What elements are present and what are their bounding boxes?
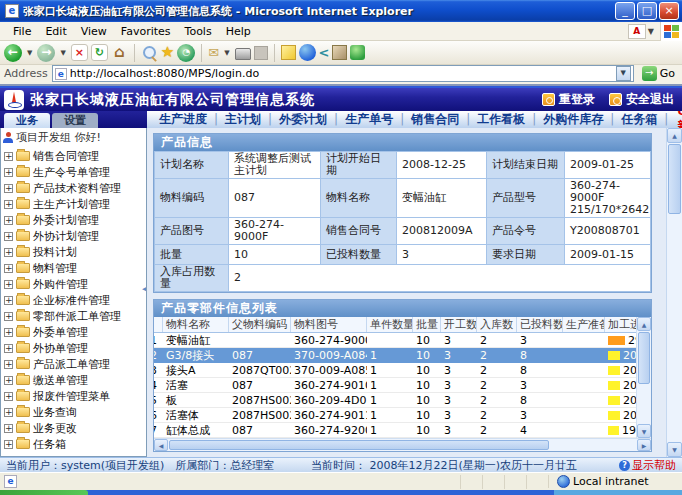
menu-favorites[interactable]: Favorites: [114, 23, 178, 40]
expand-icon[interactable]: [4, 152, 13, 161]
table-row[interactable]: 1 变幅油缸 360-274-9000F 10 3 2 3 29 %: [154, 333, 636, 348]
logout-button[interactable]: 安全退出: [609, 91, 674, 108]
nav-task-box[interactable]: 任务箱: [621, 111, 675, 128]
scroll-thumb[interactable]: [169, 440, 549, 450]
tree-collapse-handle[interactable]: ◀: [142, 278, 147, 300]
expand-icon[interactable]: [4, 328, 13, 337]
go-button[interactable]: → Go: [638, 66, 679, 81]
start-button[interactable]: [0, 490, 88, 495]
expand-icon[interactable]: [4, 408, 13, 417]
menu-help[interactable]: Help: [219, 23, 258, 40]
col-prep[interactable]: 生产准备: [563, 317, 605, 332]
table-row-selected[interactable]: 2 G3/8接头 087 370-009-A0840 1 10 3 2 8 20…: [154, 348, 636, 363]
back-button[interactable]: ←: [4, 44, 22, 62]
tree-item-coop-plan[interactable]: 外协计划管理: [1, 228, 146, 244]
nav-production-progress[interactable]: 生产进度: [159, 111, 225, 128]
tree-item-outsource-plan[interactable]: 外委计划管理: [1, 212, 146, 228]
expand-icon[interactable]: [4, 424, 13, 433]
tree-item-tech-docs[interactable]: 产品技术资料管理: [1, 180, 146, 196]
badge-new-count[interactable]: 0新: [677, 111, 682, 128]
discuss-icon[interactable]: [281, 45, 296, 60]
messenger-icon[interactable]: [350, 45, 365, 60]
stop-button[interactable]: ×: [71, 44, 88, 61]
show-help-link[interactable]: ? 显示帮助: [619, 458, 676, 473]
col-progress[interactable]: 加工进度: [605, 317, 636, 332]
tree-item-purchased-parts[interactable]: 外购件管理: [1, 276, 146, 292]
expand-icon[interactable]: [4, 376, 13, 385]
table-row[interactable]: 7 缸体总成 087 360-274-9200F 1 10 3 2 4 19 %: [154, 423, 636, 438]
menu-edit[interactable]: Edit: [38, 23, 73, 40]
print-icon[interactable]: [235, 48, 251, 60]
expand-icon[interactable]: [4, 232, 13, 241]
search-icon[interactable]: [141, 44, 158, 61]
scroll-up-icon[interactable]: ▲: [637, 317, 651, 331]
expand-icon[interactable]: [4, 440, 13, 449]
expand-icon[interactable]: [4, 184, 13, 193]
parts-table-hscrollbar[interactable]: ◀ ▶: [154, 438, 651, 451]
tree-item-feeding-plan[interactable]: 投料计划: [1, 244, 146, 260]
nav-sales-contract[interactable]: 销售合同: [411, 111, 477, 128]
scroll-down-icon[interactable]: ▼: [637, 424, 651, 438]
tab-settings[interactable]: 设置: [52, 113, 98, 128]
mail-icon[interactable]: ✉: [208, 44, 219, 61]
tree-item-part-dispatch[interactable]: 零部件派工单管理: [1, 308, 146, 324]
expand-icon[interactable]: [4, 216, 13, 225]
tree-item-scrap-mgmt[interactable]: 报废件管理菜单: [1, 388, 146, 404]
tree-item-standard-parts[interactable]: 企业标准件管理: [1, 292, 146, 308]
tree-item-master-plan[interactable]: 主生产计划管理: [1, 196, 146, 212]
scroll-left-icon[interactable]: ◀: [154, 439, 168, 451]
col-fed[interactable]: 已投料数: [517, 317, 563, 332]
tree-item-material-mgmt[interactable]: 物料管理: [1, 260, 146, 276]
relogin-button[interactable]: 重登录: [542, 91, 595, 108]
col-drawing-no[interactable]: 物料图号: [291, 317, 367, 332]
expand-icon[interactable]: [4, 264, 13, 273]
messenger-globe-icon[interactable]: [299, 44, 316, 61]
history-icon[interactable]: ◔: [177, 44, 195, 62]
tree-item-delivery-order[interactable]: 缴送单管理: [1, 372, 146, 388]
minimize-button[interactable]: _: [615, 2, 635, 20]
expand-icon[interactable]: [4, 296, 13, 305]
table-row[interactable]: 4 活塞 087 360-274-9010F 1 10 3 2 3 20 %: [154, 378, 636, 393]
edit-icon[interactable]: [254, 46, 268, 60]
scroll-down-icon[interactable]: ▼: [667, 442, 682, 457]
nav-work-board[interactable]: 工作看板: [477, 111, 543, 128]
col-in-stock[interactable]: 入库数: [477, 317, 517, 332]
tree-item-business-query[interactable]: 业务查询: [1, 404, 146, 420]
table-row[interactable]: 3 接头A 2087QT002 370-009-A0850 1 10 3 2 8…: [154, 363, 636, 378]
expand-icon[interactable]: [4, 248, 13, 257]
parts-table-vscrollbar[interactable]: ▲ ▼: [636, 317, 651, 438]
address-dropdown[interactable]: ▼: [616, 66, 631, 81]
tree-item-product-dispatch[interactable]: 产品派工单管理: [1, 356, 146, 372]
expand-icon[interactable]: [4, 200, 13, 209]
expand-icon[interactable]: [4, 168, 13, 177]
close-button[interactable]: ×: [659, 2, 679, 20]
expand-icon[interactable]: [4, 280, 13, 289]
nav-master-plan[interactable]: 主计划: [225, 111, 279, 128]
table-row[interactable]: 6 活塞体 2087HS002 360-274-9011W 1 10 3 2 3…: [154, 408, 636, 423]
research-icon[interactable]: [332, 45, 347, 60]
address-input[interactable]: [70, 67, 613, 80]
tree-item-order-no[interactable]: 生产令号单管理: [1, 164, 146, 180]
tree-item-business-change[interactable]: 业务更改: [1, 420, 146, 436]
scroll-up-icon[interactable]: ▲: [667, 128, 682, 143]
nav-outsource-plan[interactable]: 外委计划: [279, 111, 345, 128]
expand-icon[interactable]: [4, 344, 13, 353]
forward-dropdown[interactable]: ▼: [58, 49, 67, 57]
tree-item-coop-order[interactable]: 外协单管理: [1, 340, 146, 356]
refresh-button[interactable]: ↻: [91, 44, 108, 61]
maximize-button[interactable]: □: [637, 2, 657, 20]
expand-icon[interactable]: [4, 312, 13, 321]
home-button[interactable]: ⌂: [111, 44, 128, 61]
adobe-pdf-dropdown[interactable]: ▼: [646, 27, 660, 36]
mail-dropdown[interactable]: ▼: [222, 49, 231, 57]
tab-business[interactable]: 业务: [4, 113, 50, 128]
nav-production-order[interactable]: 生产单号: [345, 111, 411, 128]
expand-icon[interactable]: [4, 392, 13, 401]
col-started[interactable]: 开工数: [441, 317, 477, 332]
menu-file[interactable]: File: [6, 23, 38, 40]
back-dropdown[interactable]: ▼: [25, 49, 34, 57]
tree-item-task-box[interactable]: 任务箱: [1, 436, 146, 452]
menu-tools[interactable]: Tools: [178, 23, 219, 40]
col-unit-qty[interactable]: 单件数量: [367, 317, 413, 332]
forward-button[interactable]: →: [37, 44, 55, 62]
